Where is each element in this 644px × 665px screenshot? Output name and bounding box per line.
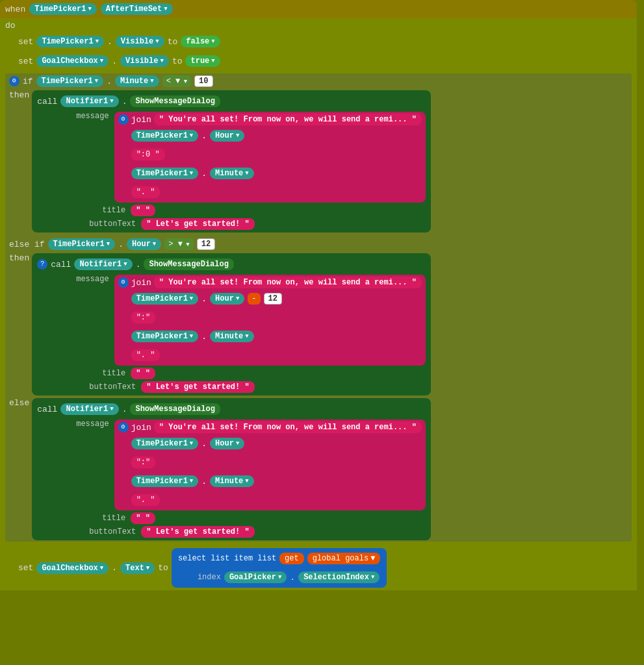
if-keyword: if: [23, 77, 33, 86]
title-label-3: title: [102, 514, 125, 523]
tp1-minute-row: TimePicker1 . Minute: [131, 165, 422, 182]
tp3-hour-comp[interactable]: TimePicker1: [131, 438, 199, 449]
tp2-hour-row: TimePicker1 . Hour - 12: [131, 290, 422, 307]
dot-2-str: ". ": [131, 349, 161, 361]
then-keyword-1: then: [9, 90, 29, 100]
join-label-2: join: [131, 278, 151, 288]
minute-prop-1[interactable]: Minute: [210, 168, 254, 179]
message-label-1: message: [76, 112, 109, 121]
false-value[interactable]: false: [181, 36, 220, 47]
timepicker1-set1[interactable]: TimePicker1: [36, 36, 104, 47]
call-keyword-1: call: [37, 97, 57, 107]
set-keyword-2: set: [18, 56, 33, 66]
show-message-dialog-1[interactable]: ShowMessageDialog: [130, 95, 220, 107]
do-keyword: do: [5, 21, 632, 31]
show-message-dialog-3[interactable]: ShowMessageDialog: [130, 403, 220, 415]
hour-prop-3[interactable]: Hour: [210, 438, 244, 449]
goal-picker-comp[interactable]: GoalPicker: [224, 571, 287, 583]
else-block-wrapper: else call Notifier1 . ShowMessageDialog …: [5, 397, 632, 542]
title-val-3: " ": [131, 512, 155, 524]
then-block-2-wrapper: then ? call Notifier1 . ShowMessageDialo…: [5, 252, 632, 397]
dot-1-str: ". ": [131, 186, 161, 198]
dot-call1: .: [122, 97, 127, 107]
title-val-2: " ": [131, 368, 155, 379]
else-if-header: else if TimePicker1 . Hour > ▼ 12: [5, 236, 632, 252]
gear-icon-1: ⚙: [9, 76, 19, 86]
hour-prop-1[interactable]: Hour: [210, 130, 244, 142]
call-block-3: call Notifier1 . ShowMessageDialog: [37, 401, 426, 418]
goalcheckbox-set3[interactable]: GoalCheckbox: [36, 562, 109, 574]
dot-call2: .: [136, 260, 141, 270]
call-show-block-3: call Notifier1 . ShowMessageDialog messa…: [32, 398, 431, 540]
join-header-1: ⚙ join " You're all set! From now on, we…: [118, 114, 422, 125]
notifier1-call2[interactable]: Notifier1: [74, 258, 132, 270]
when-block: when TimePicker1 AfterTimeSet: [0, 0, 637, 18]
colon0-row: ":0 ": [131, 146, 422, 163]
tp3-hour-row: TimePicker1 . Hour: [131, 435, 422, 452]
select-list-block: select list item list get global goals ▼…: [172, 548, 387, 588]
msg2-string: " You're all set! From now on, we will s…: [154, 277, 422, 288]
set-goalcheckbox-text-block: set GoalCheckbox . Text to select list i…: [18, 548, 632, 588]
minute-prop-2[interactable]: Minute: [210, 331, 254, 342]
visible-prop-2[interactable]: Visible: [120, 55, 169, 67]
title-row-2: title " ": [102, 368, 426, 379]
set-goalcheckbox-visible-row: set GoalCheckbox . Visible to true: [18, 53, 632, 69]
timepicker1-elseif[interactable]: TimePicker1: [48, 238, 116, 250]
set-keyword-3: set: [18, 563, 33, 573]
to-keyword-1: to: [168, 37, 178, 47]
message-row-3: message ⚙ join " You're all set! From no…: [76, 420, 426, 510]
show-message-dialog-2[interactable]: ShowMessageDialog: [144, 258, 233, 270]
btn-val-1: " Let's get started! ": [141, 218, 254, 230]
notifier1-call1[interactable]: Notifier1: [60, 95, 118, 107]
do-block: do set TimePicker1 . Visible to false se…: [0, 18, 637, 590]
global-goals-text: global goals: [313, 554, 368, 563]
colon1-row: ":": [131, 309, 422, 326]
selection-index-prop[interactable]: SelectionIndex: [298, 571, 380, 583]
title-row-3: title " ": [102, 512, 426, 524]
hour-prop-2[interactable]: Hour: [210, 293, 244, 305]
colon2-row: ":": [131, 454, 422, 471]
select-list-label: select list item list: [178, 554, 276, 563]
gt-comparator[interactable]: > ▼: [164, 238, 193, 250]
visible-prop-1[interactable]: Visible: [116, 36, 164, 47]
join-header-3: ⚙ join " You're all set! From now on, we…: [118, 421, 422, 433]
goalcheckbox-set2[interactable]: GoalCheckbox: [36, 55, 109, 67]
true-value[interactable]: true: [185, 55, 220, 67]
dot-2: .: [112, 56, 117, 66]
index-row: index GoalPicker . SelectionIndex: [198, 569, 380, 586]
notifier1-call3[interactable]: Notifier1: [60, 403, 118, 415]
after-time-set-event[interactable]: AfterTimeSet: [101, 3, 173, 15]
set-keyword-1: set: [18, 37, 33, 47]
text-prop-3[interactable]: Text: [120, 562, 155, 574]
join-block-1: ⚙ join " You're all set! From now on, we…: [114, 112, 426, 203]
value-12[interactable]: 12: [197, 238, 215, 250]
tp2-hour-comp[interactable]: TimePicker1: [131, 293, 199, 305]
set-visible-false-row: set TimePicker1 . Visible to false: [18, 33, 632, 50]
timepicker1-if[interactable]: TimePicker1: [36, 75, 104, 87]
timepicker1-component[interactable]: TimePicker1: [29, 3, 97, 15]
minute-prop-if[interactable]: Minute: [115, 75, 159, 87]
tp2-minute-comp[interactable]: TimePicker1: [131, 331, 199, 342]
btn-val-2: " Let's get started! ": [141, 381, 254, 393]
global-goals-block[interactable]: global goals ▼: [307, 553, 381, 564]
value-12-2[interactable]: 12: [264, 293, 282, 305]
call-keyword-2: call: [51, 260, 71, 270]
btn-text-row-3: buttonText " Let's get started! ": [89, 526, 426, 538]
title-val-1: " ": [131, 205, 155, 216]
button-text-label-1: buttonText: [89, 220, 136, 229]
hour-prop-elseif[interactable]: Hour: [127, 238, 161, 250]
dot3-row: ". ": [131, 492, 422, 508]
button-text-label-3: buttonText: [89, 527, 136, 536]
else-keyword: else: [9, 398, 29, 408]
tp1-hour-row: TimePicker1 . Hour: [131, 127, 422, 144]
minute-prop-3[interactable]: Minute: [210, 475, 254, 487]
btn-val-3: " Let's get started! ": [141, 526, 254, 538]
then-keyword-2: then: [9, 253, 29, 263]
tp1-hour-comp[interactable]: TimePicker1: [131, 130, 199, 142]
tp3-minute-comp[interactable]: TimePicker1: [131, 475, 199, 487]
to-keyword-3: to: [158, 563, 168, 573]
index-label: index: [198, 573, 221, 582]
value-10[interactable]: 10: [194, 75, 213, 87]
tp1-minute-comp[interactable]: TimePicker1: [131, 168, 199, 179]
lt-comparator[interactable]: < ▼: [162, 75, 191, 87]
